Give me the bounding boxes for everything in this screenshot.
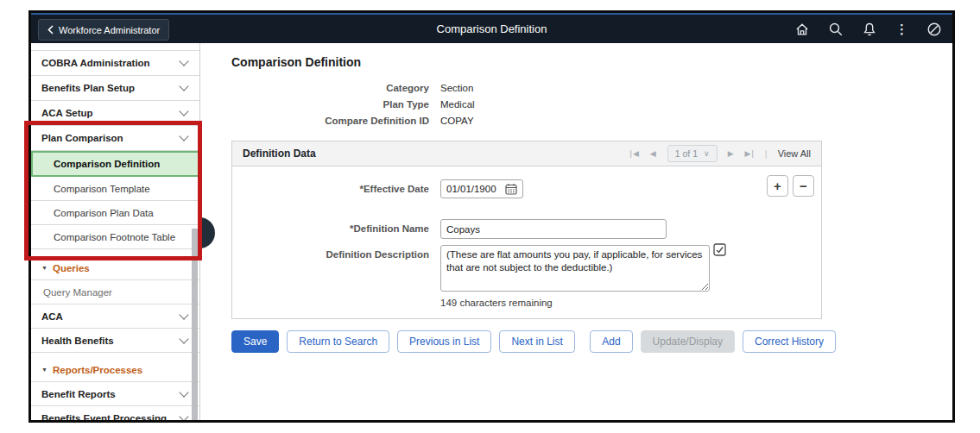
chevron-down-icon <box>179 81 188 91</box>
page-toolbar: Save Return to Search Previous in List N… <box>231 330 836 353</box>
sidebar-item-label: Benefit Reports <box>41 389 116 399</box>
sidebar-item-label: Comparison Plan Data <box>54 208 154 218</box>
sidebar-item-benefits-plan-setup[interactable]: Benefits Plan Setup <box>31 76 199 101</box>
row-action-buttons: + − <box>767 175 814 197</box>
correct-history-button[interactable]: Correct History <box>743 330 836 353</box>
sidebar-section-label: Queries <box>53 263 90 273</box>
chevron-down-icon <box>179 310 188 319</box>
actions-kebab-icon[interactable]: ⋮ <box>895 22 908 35</box>
sidebar-item-comparison-plan-data[interactable]: Comparison Plan Data <box>31 201 199 225</box>
chevron-down-icon <box>179 106 188 116</box>
sidebar-item-label: Benefits Event Processing <box>41 413 167 421</box>
calendar-icon[interactable] <box>505 183 517 195</box>
sidebar-item-comparison-footnote-table[interactable]: Comparison Footnote Table <box>31 225 199 249</box>
pager-page-dropdown[interactable]: 1 of 1 ∨ <box>667 145 718 162</box>
sidebar-item-benefit-reports[interactable]: Benefit Reports <box>31 382 199 406</box>
sidebar-item-label: Benefits Plan Setup <box>41 83 135 93</box>
sidebar-section-queries[interactable]: ▼ Queries <box>31 256 199 280</box>
previous-in-list-button[interactable]: Previous in List <box>397 330 491 353</box>
toolbar-left-group: Save Return to Search Previous in List N… <box>231 330 575 353</box>
plan-type-label: Plan Type <box>231 99 429 110</box>
sidebar-section-reports-processes[interactable]: ▼ Reports/Processes <box>31 358 199 382</box>
info-row-plan-type: Plan Type Medical <box>231 96 952 112</box>
chevron-down-icon <box>179 387 188 397</box>
pager-previous-icon[interactable]: ◀ <box>650 149 657 158</box>
sidebar-item-label: ACA <box>41 311 63 322</box>
sidebar-item-benefits-event-processing[interactable]: Benefits Event Processing <box>31 406 199 420</box>
next-in-list-button[interactable]: Next in List <box>499 330 574 353</box>
toolbar-right-group: Add Update/Display Correct History <box>590 330 836 353</box>
category-label: Category <box>231 83 429 93</box>
chevron-down-icon <box>179 334 188 343</box>
chevron-down-icon <box>179 131 188 141</box>
top-bar: Workforce Administrator Comparison Defin… <box>31 13 952 43</box>
home-icon[interactable] <box>794 22 810 37</box>
sign-out-icon[interactable] <box>926 22 942 37</box>
effective-date-label: *Effective Date <box>246 179 429 194</box>
chevron-down-icon <box>179 411 188 420</box>
sidebar-item-comparison-definition[interactable]: Comparison Definition <box>31 151 199 177</box>
effective-date-row: *Effective Date <box>246 179 807 198</box>
sidebar-item-fsa-administration[interactable]: FSA Administration <box>31 43 199 51</box>
view-all-link[interactable]: View All <box>778 148 811 159</box>
sidebar-item-aca-setup[interactable]: ACA Setup <box>31 101 199 126</box>
definition-name-input[interactable] <box>440 219 667 239</box>
chevron-down-icon: ∨ <box>704 149 710 158</box>
top-bar-icons: ⋮ <box>794 15 942 43</box>
info-row-category: Category Section <box>231 79 952 96</box>
record-pager: |◀ ◀ 1 of 1 ∨ ▶ ▶| | View All <box>630 145 811 162</box>
sidebar-item-cobra-administration[interactable]: COBRA Administration <box>31 51 199 76</box>
characters-remaining-row: 149 characters remaining <box>246 298 807 308</box>
left-navigation: FSA Administration COBRA Administration … <box>31 43 200 420</box>
definition-description-label: Definition Description <box>246 245 429 260</box>
panel-title: Definition Data <box>243 147 316 160</box>
info-row-compare-definition-id: Compare Definition ID COPAY <box>231 112 952 129</box>
compare-definition-id-value: COPAY <box>440 116 474 126</box>
sidebar-item-label: Comparison Definition <box>54 159 160 169</box>
sidebar-spacer <box>31 249 199 256</box>
sidebar-scrollbar[interactable] <box>192 229 198 420</box>
definition-data-panel-body: + − *Effective Date *Definition Name <box>232 166 821 318</box>
pager-page-label: 1 of 1 <box>675 148 698 159</box>
definition-data-panel: Definition Data |◀ ◀ 1 of 1 ∨ ▶ ▶| | Vie… <box>231 141 822 319</box>
add-row-button[interactable]: + <box>767 175 788 197</box>
spell-check-icon[interactable] <box>713 243 726 256</box>
return-to-search-button[interactable]: Return to Search <box>287 330 389 353</box>
sidebar-item-label: ACA Setup <box>41 108 93 118</box>
sidebar-item-label: Comparison Template <box>54 184 150 194</box>
sidebar-item-health-benefits[interactable]: Health Benefits <box>31 329 199 353</box>
add-button[interactable]: Add <box>590 330 632 353</box>
triangle-down-icon: ▼ <box>41 265 47 271</box>
chevron-down-icon <box>179 56 188 66</box>
effective-date-field <box>440 179 523 198</box>
sidebar-item-comparison-template[interactable]: Comparison Template <box>31 177 199 201</box>
update-display-button: Update/Display <box>641 330 735 353</box>
sidebar-item-plan-comparison[interactable]: Plan Comparison <box>31 126 199 151</box>
pager-first-icon[interactable]: |◀ <box>630 149 640 158</box>
delete-row-button[interactable]: − <box>793 175 814 197</box>
characters-remaining-text: 149 characters remaining <box>440 298 553 308</box>
save-button[interactable]: Save <box>231 330 279 353</box>
definition-name-label: *Definition Name <box>246 219 429 234</box>
page-title: Comparison Definition <box>231 55 952 69</box>
sidebar-item-aca[interactable]: ACA <box>31 304 199 329</box>
triangle-down-icon: ▼ <box>41 367 47 373</box>
plan-type-value: Medical <box>440 99 475 110</box>
definition-name-row: *Definition Name <box>246 219 807 239</box>
compare-definition-id-label: Compare Definition ID <box>231 116 429 126</box>
definition-description-textarea[interactable]: (These are flat amounts you pay, if appl… <box>440 245 710 292</box>
sidebar-item-query-manager[interactable]: Query Manager <box>31 280 199 304</box>
category-value: Section <box>440 83 473 93</box>
sidebar-item-label: Health Benefits <box>41 336 114 346</box>
search-icon[interactable] <box>828 22 844 37</box>
pager-last-icon[interactable]: ▶| <box>745 149 755 158</box>
notifications-bell-icon[interactable] <box>862 22 877 37</box>
effective-date-input[interactable] <box>446 184 500 194</box>
app-window: Workforce Administrator Comparison Defin… <box>28 10 955 423</box>
definition-data-panel-header: Definition Data |◀ ◀ 1 of 1 ∨ ▶ ▶| | Vie… <box>232 141 821 166</box>
pager-next-icon[interactable]: ▶ <box>728 149 735 158</box>
sidebar-section-label: Reports/Processes <box>53 365 142 375</box>
pager-divider: | <box>765 148 768 159</box>
sidebar-item-label: Query Manager <box>43 287 112 298</box>
sidebar-item-label: COBRA Administration <box>41 58 150 68</box>
